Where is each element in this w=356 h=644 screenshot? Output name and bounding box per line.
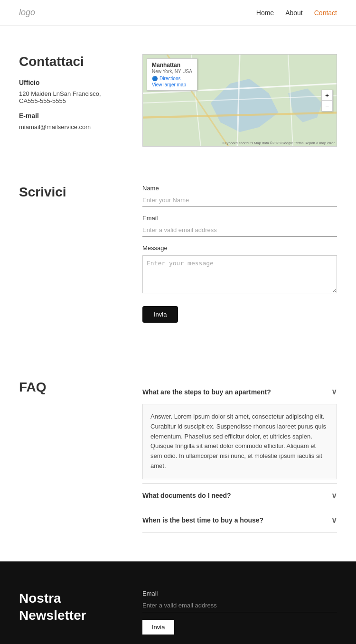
faq-item-1: What are the steps to buy an apartment? …: [142, 380, 337, 484]
nav-home[interactable]: Home: [256, 9, 274, 17]
faq-item-3: When is the best time to buy a house? ∨: [142, 508, 337, 533]
newsletter-heading-line1: Nostra Newsletter: [19, 590, 123, 625]
faq-answer-1: Answer. Lorem ipsum dolor sit amet, cons…: [142, 404, 337, 479]
faq-question-text-2: What documents do I need?: [142, 492, 231, 499]
faq-item-2: What documents do I need? ∨: [142, 484, 337, 508]
office-address: 120 Maiden LnSan Francisco, CA555-555-55…: [19, 90, 123, 104]
nav-links: Home About Contact: [256, 9, 337, 17]
newsletter-email-input[interactable]: [142, 599, 337, 612]
faq-question-2[interactable]: What documents do I need? ∨: [142, 484, 337, 508]
zoom-out-button[interactable]: −: [322, 101, 332, 111]
faq-question-3[interactable]: When is the best time to buy a house? ∨: [142, 508, 337, 532]
name-group: Name: [142, 185, 337, 207]
newsletter-section: Nostra Newsletter Email Invia: [0, 561, 356, 644]
map-directions: 🔵 Directions: [152, 76, 192, 81]
faq-section: FAQ What are the steps to buy an apartme…: [0, 351, 356, 561]
email-input[interactable]: [142, 224, 337, 237]
faq-question-1[interactable]: What are the steps to buy an apartment? …: [142, 380, 337, 404]
write-section: Scrivici Name Email Message Invia: [0, 175, 356, 351]
write-title: Scrivici: [19, 185, 123, 323]
write-form: Name Email Message Invia: [142, 185, 337, 323]
map-zoom-controls: + −: [321, 90, 333, 112]
view-larger-link[interactable]: View larger map: [152, 82, 192, 87]
logo: logo: [19, 8, 35, 18]
contact-title: Contattaci: [19, 54, 123, 69]
email-value: miamail@mailservice.com: [19, 123, 123, 131]
email-group: Email: [142, 215, 337, 237]
contact-info: Contattaci Ufficio 120 Maiden LnSan Fran…: [19, 54, 123, 138]
nav-contact[interactable]: Contact: [314, 9, 337, 17]
nav-about[interactable]: About: [285, 9, 303, 17]
map-info-box: Manhattan New York, NY USA 🔵 Directions …: [147, 58, 197, 91]
name-input[interactable]: [142, 194, 337, 207]
submit-button[interactable]: Invia: [142, 306, 178, 323]
faq-list: What are the steps to buy an apartment? …: [142, 380, 337, 533]
message-textarea[interactable]: [142, 255, 337, 293]
faq-title: FAQ: [19, 380, 123, 533]
email-label: E-mail: [19, 112, 123, 120]
map-container[interactable]: Manhattan New York, NY USA 🔵 Directions …: [142, 54, 337, 147]
map-place: Manhattan: [152, 62, 192, 68]
message-group: Message: [142, 244, 337, 295]
faq-question-text-3: When is the best time to buy a house?: [142, 516, 263, 524]
faq-chevron-3: ∨: [331, 516, 337, 525]
directions-link[interactable]: Directions: [159, 76, 180, 81]
message-label: Message: [142, 244, 337, 252]
office-label: Ufficio: [19, 79, 123, 86]
newsletter-email-label: Email: [142, 590, 337, 597]
newsletter-submit-button[interactable]: Invia: [142, 620, 174, 635]
newsletter-title: Nostra Newsletter: [19, 590, 123, 625]
email-label: Email: [142, 215, 337, 222]
map-location: New York, NY USA: [152, 69, 192, 74]
map-background: Manhattan New York, NY USA 🔵 Directions …: [143, 55, 337, 146]
faq-heading: FAQ: [19, 380, 123, 395]
faq-chevron-1: ∨: [331, 387, 337, 396]
map-footer: Keyboard shortcuts Map data ©2023 Google…: [223, 140, 335, 145]
faq-chevron-2: ∨: [331, 491, 337, 500]
contact-section: Contattaci Ufficio 120 Maiden LnSan Fran…: [0, 26, 356, 175]
write-heading: Scrivici: [19, 185, 123, 200]
faq-question-text-1: What are the steps to buy an apartment?: [142, 388, 271, 396]
newsletter-form: Email Invia: [142, 590, 337, 635]
navbar: logo Home About Contact: [0, 0, 356, 26]
name-label: Name: [142, 185, 337, 192]
zoom-in-button[interactable]: +: [322, 90, 332, 101]
directions-icon: 🔵: [152, 76, 158, 81]
